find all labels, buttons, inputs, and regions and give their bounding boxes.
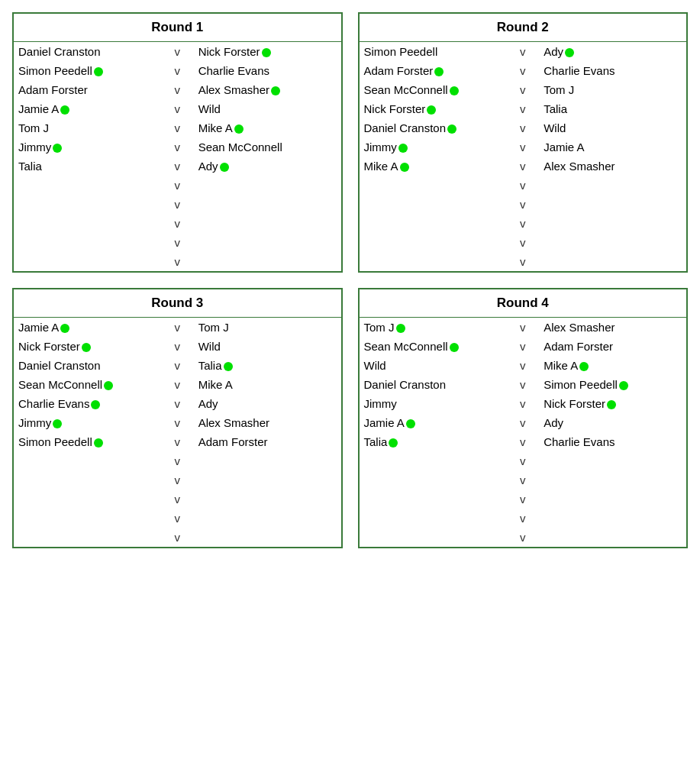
- table-row: v: [14, 195, 341, 214]
- table-row: WildvMike A: [360, 356, 687, 375]
- match-right: [539, 214, 686, 233]
- match-right: [194, 528, 341, 547]
- indicator-dot: [60, 324, 69, 333]
- match-left: Jimmy: [360, 394, 507, 413]
- match-left: Nick Forster: [360, 99, 507, 118]
- indicator-dot: [262, 48, 271, 57]
- indicator-dot: [91, 400, 100, 409]
- versus-label: v: [506, 509, 539, 528]
- match-right: Nick Forster: [539, 394, 686, 413]
- versus-label: v: [161, 195, 194, 214]
- indicator-dot: [60, 105, 69, 115]
- match-left: Daniel Cranston: [14, 42, 161, 61]
- round-4-title: Round 4: [360, 289, 687, 318]
- match-right: Tom J: [539, 80, 686, 99]
- rounds-grid: Round 1Daniel CranstonvNick ForsterSimon…: [12, 12, 688, 548]
- table-row: Simon PeedellvAdy: [360, 42, 687, 61]
- indicator-dot: [447, 124, 456, 134]
- table-row: JimmyvAlex Smasher: [14, 413, 341, 432]
- match-right: Adam Forster: [539, 337, 686, 356]
- table-row: JimmyvSean McConnell: [14, 137, 341, 157]
- match-right: [539, 252, 686, 271]
- versus-label: v: [161, 413, 194, 432]
- table-row: v: [360, 252, 687, 271]
- match-right: Talia: [539, 99, 686, 118]
- match-right: Ady: [539, 413, 686, 432]
- versus-label: v: [506, 42, 539, 61]
- match-right: [194, 451, 341, 470]
- match-right: Alex Smasher: [539, 318, 686, 337]
- match-right: [539, 470, 686, 490]
- match-right: [539, 176, 686, 195]
- match-left: Nick Forster: [14, 337, 161, 356]
- match-right: [539, 233, 686, 252]
- table-row: JimmyvNick Forster: [360, 394, 687, 413]
- match-right: Jamie A: [539, 137, 686, 157]
- match-left: Mike A: [360, 157, 507, 176]
- indicator-dot: [224, 362, 233, 371]
- versus-label: v: [506, 118, 539, 137]
- table-row: v: [360, 233, 687, 252]
- versus-label: v: [161, 470, 194, 490]
- indicator-dot: [450, 86, 459, 95]
- match-left: Jimmy: [360, 137, 507, 157]
- match-right: Tom J: [194, 318, 341, 337]
- match-right: [194, 470, 341, 490]
- match-left: [14, 490, 161, 509]
- indicator-dot: [406, 419, 415, 428]
- round-1-title: Round 1: [14, 14, 341, 42]
- match-right: Sean McConnell: [194, 137, 341, 157]
- match-left: Wild: [360, 356, 507, 375]
- match-right: Simon Peedell: [539, 375, 686, 394]
- versus-label: v: [506, 233, 539, 252]
- match-left: [14, 176, 161, 195]
- versus-label: v: [506, 451, 539, 470]
- table-row: Adam ForstervCharlie Evans: [360, 61, 687, 80]
- table-row: Jamie AvWild: [14, 99, 341, 118]
- table-row: v: [360, 470, 687, 490]
- table-row: v: [360, 195, 687, 214]
- indicator-dot: [234, 124, 244, 134]
- match-left: Tom J: [14, 118, 161, 137]
- match-left: Simon Peedell: [14, 61, 161, 80]
- versus-label: v: [506, 318, 539, 337]
- match-left: Talia: [14, 157, 161, 176]
- table-row: v: [360, 490, 687, 509]
- indicator-dot: [607, 400, 616, 409]
- match-right: Alex Smasher: [539, 157, 686, 176]
- versus-label: v: [161, 490, 194, 509]
- round-2-box: Round 2Simon PeedellvAdyAdam ForstervCha…: [358, 12, 689, 273]
- versus-label: v: [161, 61, 194, 80]
- indicator-dot: [53, 144, 62, 153]
- table-row: Daniel CranstonvNick Forster: [14, 42, 341, 61]
- match-right: Charlie Evans: [539, 432, 686, 451]
- round-3-title: Round 3: [14, 289, 341, 318]
- versus-label: v: [161, 99, 194, 118]
- match-left: [360, 176, 507, 195]
- match-left: Talia: [360, 432, 507, 451]
- match-left: [14, 252, 161, 271]
- indicator-dot: [579, 362, 589, 371]
- match-left: [14, 214, 161, 233]
- match-left: [360, 490, 507, 509]
- versus-label: v: [161, 137, 194, 157]
- versus-label: v: [161, 252, 194, 271]
- indicator-dot: [82, 343, 91, 352]
- match-right: Mike A: [539, 356, 686, 375]
- match-left: [360, 252, 507, 271]
- table-row: Nick ForstervTalia: [360, 99, 687, 118]
- table-row: Mike AvAlex Smasher: [360, 157, 687, 176]
- match-right: [194, 509, 341, 528]
- match-right: Mike A: [194, 118, 341, 137]
- match-right: Alex Smasher: [194, 80, 341, 99]
- versus-label: v: [161, 451, 194, 470]
- match-right: [539, 528, 686, 547]
- round-1-table: Daniel CranstonvNick ForsterSimon Peedel…: [14, 42, 341, 271]
- match-left: Daniel Cranston: [360, 118, 507, 137]
- table-row: v: [14, 528, 341, 547]
- round-3-box: Round 3Jamie AvTom JNick ForstervWildDan…: [12, 288, 343, 548]
- table-row: Sean McConnellvAdam Forster: [360, 337, 687, 356]
- match-right: Charlie Evans: [194, 61, 341, 80]
- versus-label: v: [506, 470, 539, 490]
- versus-label: v: [161, 356, 194, 375]
